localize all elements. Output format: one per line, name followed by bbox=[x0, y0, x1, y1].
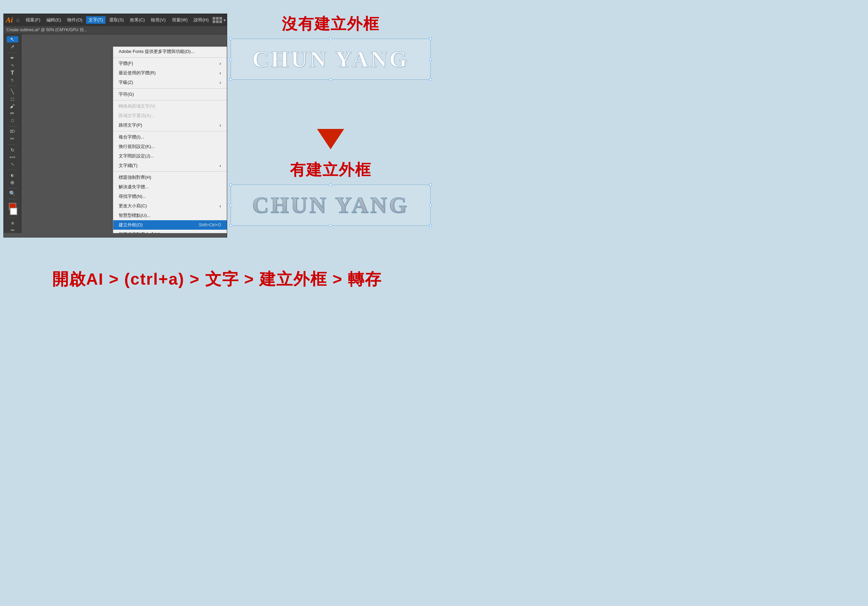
left-toolbar: ↖ ↗ ✒ ∿ T Tᵢ ╲ □ 🖌 ✏ ⬡ ⌦ ✂ ↻ ⟺ ⤡ ◐ ⊕ 🔍 bbox=[4, 34, 22, 233]
menubar: Ai ⌂ 檔案(F) 編輯(E) 物件(O) 文字(T) 選取(S) 效果(C)… bbox=[4, 14, 227, 26]
ai-application-window: Ai ⌂ 檔案(F) 編輯(E) 物件(O) 文字(T) 選取(S) 效果(C)… bbox=[3, 14, 227, 238]
sel-handle-bm bbox=[330, 78, 332, 81]
tool-eraser[interactable]: ⌦ bbox=[7, 129, 18, 134]
menu-resolve-missing-font[interactable]: 解決遺失字體... bbox=[113, 182, 227, 192]
tool-separator-5 bbox=[8, 169, 18, 170]
menu-font[interactable]: 字體(F) bbox=[113, 59, 227, 68]
workspace-switcher[interactable] bbox=[212, 17, 222, 23]
chun-yang-after: CHUN YANG bbox=[252, 192, 409, 219]
menu-file[interactable]: 檔案(F) bbox=[23, 16, 43, 24]
tool-scale[interactable]: ⤡ bbox=[7, 162, 18, 167]
tool-shaper[interactable]: ⬡ bbox=[7, 118, 18, 123]
tool-separator-1 bbox=[8, 52, 18, 53]
tool-type[interactable]: T bbox=[7, 70, 18, 76]
before-title: 沒有建立外框 bbox=[231, 14, 431, 34]
info-panel: 沒有建立外框 CHUN YANG 有建立外框 CHUN YANG bbox=[231, 14, 431, 249]
tool-select[interactable]: ↖ bbox=[7, 36, 18, 42]
shortcut-create-outlines: Shift+Ctrl+O bbox=[199, 222, 221, 227]
sel-handle-tm bbox=[330, 38, 332, 40]
menu-composite-font[interactable]: 複合字體(I)... bbox=[113, 132, 227, 142]
tool-touch-type[interactable]: Tᵢ bbox=[7, 78, 18, 84]
tool-rotate[interactable]: ↻ bbox=[7, 147, 18, 153]
dropdown-arrow[interactable]: ▾ bbox=[223, 18, 226, 23]
menu-find-font[interactable]: 尋找字體(N)... bbox=[113, 192, 227, 201]
menu-effect[interactable]: 效果(C) bbox=[127, 16, 147, 24]
menu-select[interactable]: 選取(S) bbox=[107, 16, 126, 24]
menubar-right: ▾ bbox=[212, 17, 226, 23]
drop-sep-3 bbox=[113, 131, 227, 131]
tool-line[interactable]: ╲ bbox=[7, 89, 18, 95]
menu-recent-fonts[interactable]: 最近使用的字體(R) bbox=[113, 68, 227, 78]
background-color[interactable] bbox=[10, 208, 17, 215]
sel-handle-after-br bbox=[429, 224, 432, 227]
sel-handle-after-bm bbox=[330, 224, 332, 227]
tool-reflect[interactable]: ⟺ bbox=[7, 154, 18, 160]
color-boxes bbox=[8, 203, 17, 215]
tool-curvature[interactable]: ∿ bbox=[7, 62, 18, 68]
tool-separator-4 bbox=[8, 144, 18, 145]
tool-rect[interactable]: □ bbox=[7, 96, 18, 102]
after-text-box: CHUN YANG bbox=[231, 185, 431, 225]
sel-handle-after-mr bbox=[429, 204, 432, 206]
arrow-down bbox=[317, 129, 344, 149]
menu-object[interactable]: 物件(O) bbox=[65, 16, 85, 24]
home-icon[interactable]: ⌂ bbox=[16, 17, 20, 23]
tool-pencil[interactable]: ✏ bbox=[7, 110, 18, 117]
tool-eyedropper[interactable]: ⊕ bbox=[7, 180, 18, 186]
sel-handle-mr bbox=[429, 58, 432, 61]
menu-help[interactable]: 說明(H) bbox=[191, 16, 211, 24]
menu-create-outlines[interactable]: 建立外框(O) Shift+Ctrl+O bbox=[113, 220, 227, 230]
after-title: 有建立外框 bbox=[231, 160, 431, 180]
sel-handle-tr bbox=[429, 38, 432, 40]
tool-scissors[interactable]: ✂ bbox=[7, 136, 18, 142]
canvas-area: Adobe Fonts 提供更多字體與功能(D)... 字體(F) 最近使用的字… bbox=[22, 34, 227, 233]
menu-change-case[interactable]: 更改大小寫(C) bbox=[113, 201, 227, 211]
tool-separator-8 bbox=[8, 218, 18, 218]
sel-handle-after-ml bbox=[229, 204, 232, 206]
menu-optical-margin[interactable]: 視覺邊界對齊方式(M) bbox=[113, 230, 227, 233]
menu-adobe-fonts[interactable]: Adobe Fonts 提供更多字體與功能(D)... bbox=[113, 47, 227, 56]
menu-title-align[interactable]: 標題強制對齊(H) bbox=[113, 173, 227, 182]
sel-handle-after-tm bbox=[330, 183, 332, 186]
menu-area-type-options: 區域文字選項(A)... bbox=[113, 111, 227, 120]
sel-handle-after-tr bbox=[429, 183, 432, 186]
tool-separator-6 bbox=[8, 188, 18, 188]
menu-smart-punct[interactable]: 智慧型標點(U)... bbox=[113, 211, 227, 220]
tool-paintbrush[interactable]: 🖌 bbox=[7, 103, 18, 109]
drop-sep-4 bbox=[113, 171, 227, 172]
tool-blend[interactable]: ◐ bbox=[7, 172, 18, 178]
ai-logo: Ai bbox=[6, 16, 13, 25]
tool-separator-2 bbox=[8, 86, 18, 86]
before-section: 沒有建立外框 CHUN YANG bbox=[231, 14, 431, 129]
menu-glyphs[interactable]: 字符(G) bbox=[113, 90, 227, 99]
sel-handle-bl bbox=[229, 78, 232, 81]
menu-edit[interactable]: 編輯(E) bbox=[44, 16, 64, 24]
menu-type-on-path[interactable]: 路徑文字(P) bbox=[113, 120, 227, 130]
tool-direct-select[interactable]: ↗ bbox=[7, 44, 18, 50]
menu-char-spacing[interactable]: 文字間距設定(J)... bbox=[113, 151, 227, 161]
sel-handle-br bbox=[429, 78, 432, 81]
menu-view[interactable]: 檢視(V) bbox=[149, 16, 168, 24]
tool-pen[interactable]: ✒ bbox=[7, 55, 18, 61]
sel-handle-tl bbox=[229, 38, 232, 40]
tool-separator-3 bbox=[8, 126, 18, 127]
menu-size[interactable]: 字級(Z) bbox=[113, 78, 227, 87]
tool-more[interactable]: ••• bbox=[7, 227, 18, 233]
drop-sep-2 bbox=[113, 100, 227, 101]
before-text-box: CHUN YANG bbox=[231, 39, 431, 80]
text-dropdown-menu[interactable]: Adobe Fonts 提供更多字體與功能(D)... 字體(F) 最近使用的字… bbox=[113, 47, 227, 233]
after-section: 有建立外框 CHUN YANG bbox=[231, 160, 431, 225]
drop-sep-1 bbox=[113, 88, 227, 89]
tool-artboard[interactable]: ⊞ bbox=[7, 220, 18, 225]
chun-yang-before: CHUN YANG bbox=[252, 46, 409, 73]
tool-zoom[interactable]: 🔍 bbox=[7, 190, 18, 196]
menu-text[interactable]: 文字(T) bbox=[86, 16, 105, 24]
menu-line-breaking[interactable]: 換行規則設定(K)... bbox=[113, 142, 227, 151]
document-title: Create outlines.ai* @ 50% (CMYK/GPU 預... bbox=[6, 28, 87, 32]
menu-convert-area-type: 轉換為區域文字(V) bbox=[113, 101, 227, 111]
menu-window[interactable]: 視窗(W) bbox=[169, 16, 190, 24]
bottom-instruction-bar: 開啟AI > (ctrl+a) > 文字 > 建立外框 > 轉存 bbox=[0, 255, 434, 303]
menu-text-wrinkle[interactable]: 文字縐(T) bbox=[113, 161, 227, 170]
app-body: ↖ ↗ ✒ ∿ T Tᵢ ╲ □ 🖌 ✏ ⬡ ⌦ ✂ ↻ ⟺ ⤡ ◐ ⊕ 🔍 bbox=[4, 34, 227, 233]
sel-handle-after-tl bbox=[229, 183, 232, 186]
